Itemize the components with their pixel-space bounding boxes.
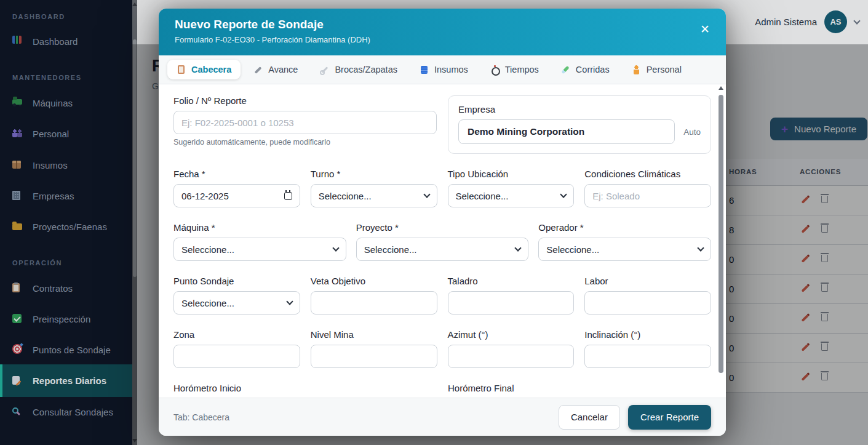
proyecto-select[interactable]: Seleccione... bbox=[356, 238, 529, 261]
close-icon[interactable]: ✕ bbox=[700, 23, 710, 35]
app-window: DASHBOARD Dashboard MANTENEDORES Máquina… bbox=[0, 0, 868, 445]
field-label: Nivel Mina bbox=[311, 329, 437, 340]
tab-label: Insumos bbox=[434, 65, 468, 74]
fecha-date-input[interactable]: 06-12-2025 bbox=[173, 184, 300, 207]
field-label: Punto Sondaje bbox=[173, 276, 300, 286]
tab-tiempos[interactable]: Tiempos bbox=[481, 60, 548, 79]
tab-corridas[interactable]: Corridas bbox=[552, 60, 619, 79]
field-azimut: Azimut (°) bbox=[448, 329, 575, 368]
field-operador: Operador * Seleccione... bbox=[538, 222, 711, 261]
field-proyecto: Proyecto * Seleccione... bbox=[356, 222, 529, 261]
stopwatch-icon bbox=[490, 65, 500, 74]
modal-scrollbar[interactable] bbox=[718, 86, 724, 401]
chevron-down-icon bbox=[697, 244, 704, 251]
folio-input[interactable] bbox=[173, 111, 437, 134]
selected-value: Seleccione... bbox=[364, 244, 417, 255]
taladro-input[interactable] bbox=[448, 291, 575, 315]
selected-value: Seleccione... bbox=[456, 191, 509, 201]
folio-helper-text: Sugerido automáticamente, puede modifica… bbox=[173, 138, 437, 146]
field-labor: Labor bbox=[584, 276, 711, 315]
veta-objetivo-input[interactable] bbox=[311, 291, 437, 315]
new-report-modal: Nuevo Reporte de Sondaje Formulario F-02… bbox=[159, 9, 726, 436]
empresa-card: Empresa Demo Mining Corporation Auto bbox=[448, 95, 711, 154]
fecha-value: 06-12-2025 bbox=[181, 191, 229, 201]
inclinacion-input[interactable] bbox=[584, 345, 711, 368]
field-label: Operador * bbox=[538, 222, 711, 233]
field-label: Folio / Nº Reporte bbox=[173, 95, 437, 106]
labor-input[interactable] bbox=[584, 291, 711, 315]
zona-input[interactable] bbox=[173, 345, 300, 368]
field-horometro-final: Horómetro Final bbox=[448, 383, 711, 398]
selected-value: Seleccione... bbox=[181, 244, 234, 255]
field-tipo-ubicacion: Tipo Ubicación Seleccione... bbox=[448, 169, 575, 207]
chevron-down-icon bbox=[515, 244, 522, 251]
field-label: Fecha * bbox=[173, 169, 300, 179]
maquina-select[interactable]: Seleccione... bbox=[173, 238, 346, 261]
scrollbar-thumb[interactable] bbox=[719, 95, 723, 373]
selected-value: Seleccione... bbox=[546, 244, 599, 255]
cancel-button[interactable]: Cancelar bbox=[559, 405, 620, 430]
field-label: Veta Objetivo bbox=[311, 276, 437, 286]
modal-footer: Tab: Cabecera Cancelar Crear Reporte bbox=[159, 398, 726, 436]
tab-label: Personal bbox=[647, 65, 682, 74]
tab-label: Tiempos bbox=[505, 65, 539, 74]
modal-title: Nuevo Reporte de Sondaje bbox=[175, 18, 710, 31]
modal-tab-bar: Cabecera Avance Brocas/Zapatas Insumos T… bbox=[159, 55, 726, 84]
field-punto-sondaje: Punto Sondaje Seleccione... bbox=[173, 276, 300, 315]
tab-brocas-zapatas[interactable]: Brocas/Zapatas bbox=[311, 60, 407, 79]
chevron-down-icon bbox=[332, 244, 339, 251]
field-label: Máquina * bbox=[173, 222, 346, 233]
scroll-up-icon[interactable] bbox=[719, 86, 723, 90]
field-zona: Zona bbox=[173, 329, 300, 368]
clipboard-icon bbox=[177, 65, 186, 74]
field-folio: Folio / Nº Reporte Sugerido automáticame… bbox=[173, 95, 437, 154]
stack-icon bbox=[420, 65, 429, 74]
tab-label: Brocas/Zapatas bbox=[335, 65, 397, 74]
selected-value: Seleccione... bbox=[181, 298, 234, 308]
footer-status-text: Tab: Cabecera bbox=[173, 412, 229, 422]
tipo-ubicacion-select[interactable]: Seleccione... bbox=[448, 184, 575, 207]
test-tube-icon bbox=[561, 65, 570, 74]
nivel-mina-input[interactable] bbox=[311, 345, 437, 368]
chevron-down-icon bbox=[560, 191, 567, 198]
azimut-input[interactable] bbox=[448, 345, 575, 368]
field-label: Proyecto * bbox=[356, 222, 529, 233]
field-label: Empresa bbox=[458, 104, 701, 114]
field-fecha: Fecha * 06-12-2025 bbox=[173, 169, 300, 207]
tab-insumos[interactable]: Insumos bbox=[410, 60, 477, 79]
field-label: Tipo Ubicación bbox=[448, 169, 575, 179]
condiciones-input[interactable] bbox=[584, 184, 711, 207]
field-veta-objetivo: Veta Objetivo bbox=[311, 276, 437, 315]
modal-body: Folio / Nº Reporte Sugerido automáticame… bbox=[159, 84, 726, 398]
chevron-down-icon bbox=[423, 191, 430, 198]
calendar-icon[interactable] bbox=[284, 192, 292, 200]
empresa-input[interactable]: Demo Mining Corporation bbox=[458, 119, 675, 144]
field-taladro: Taladro bbox=[448, 276, 575, 315]
tab-label: Cabecera bbox=[191, 65, 231, 74]
create-report-button[interactable]: Crear Reporte bbox=[628, 405, 711, 430]
tab-personal[interactable]: Personal bbox=[623, 60, 691, 79]
field-label: Condiciones Climáticas bbox=[584, 169, 711, 179]
pencil-icon bbox=[253, 65, 263, 74]
turno-select[interactable]: Seleccione... bbox=[311, 184, 437, 207]
selected-value: Seleccione... bbox=[319, 191, 372, 201]
field-label: Azimut (°) bbox=[448, 329, 575, 340]
tab-label: Corridas bbox=[576, 65, 610, 74]
modal-header: Nuevo Reporte de Sondaje Formulario F-02… bbox=[159, 9, 726, 55]
field-label: Taladro bbox=[448, 276, 575, 286]
field-label: Labor bbox=[584, 276, 711, 286]
person-icon bbox=[632, 65, 641, 74]
tab-cabecera[interactable]: Cabecera bbox=[167, 60, 241, 79]
field-inclinacion: Inclinación (°) bbox=[584, 329, 711, 368]
field-maquina: Máquina * Seleccione... bbox=[173, 222, 346, 261]
empresa-auto-badge: Auto bbox=[683, 127, 701, 137]
tab-label: Avance bbox=[268, 65, 298, 74]
field-turno: Turno * Seleccione... bbox=[311, 169, 437, 207]
punto-sondaje-select[interactable]: Seleccione... bbox=[173, 291, 300, 315]
tab-avance[interactable]: Avance bbox=[244, 60, 307, 79]
chevron-down-icon bbox=[286, 298, 293, 305]
field-label: Inclinación (°) bbox=[584, 329, 711, 340]
field-nivel-mina: Nivel Mina bbox=[311, 329, 437, 368]
field-label: Turno * bbox=[311, 169, 437, 179]
operador-select[interactable]: Seleccione... bbox=[538, 238, 711, 261]
